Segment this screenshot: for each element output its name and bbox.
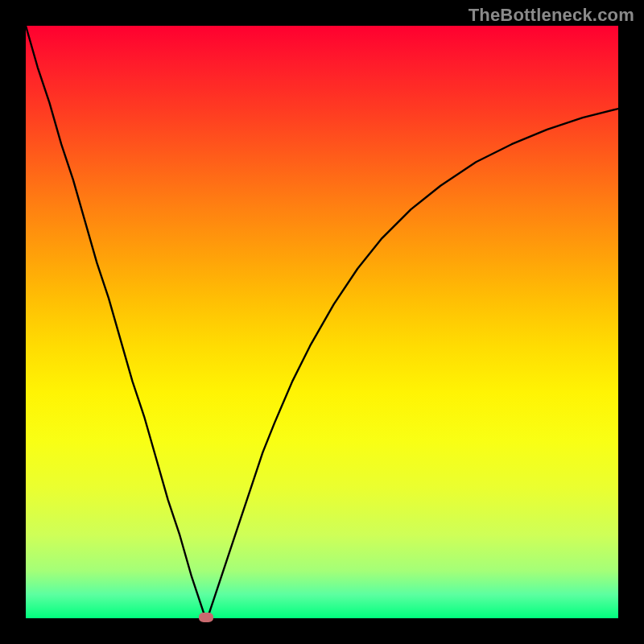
minimum-marker xyxy=(199,613,213,622)
chart-frame: TheBottleneck.com xyxy=(0,0,644,644)
watermark-text: TheBottleneck.com xyxy=(469,5,634,26)
bottleneck-curve xyxy=(26,26,618,617)
plot-area xyxy=(26,26,618,618)
curve-svg xyxy=(26,26,618,618)
